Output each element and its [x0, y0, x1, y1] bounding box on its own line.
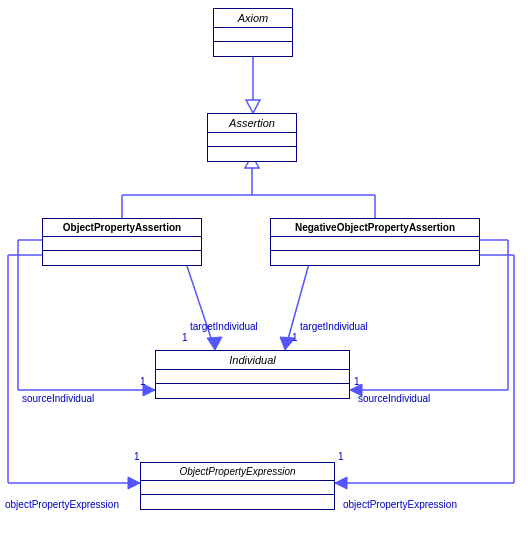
axiom-section1 [214, 28, 292, 42]
label-objectPropertyExpression-left: objectPropertyExpression [5, 499, 119, 510]
assertion-section1 [208, 133, 296, 147]
label-sourceIndividual-left: sourceIndividual [22, 393, 94, 404]
label-1-ope-right: 1 [338, 451, 344, 462]
label-1-ope-left: 1 [134, 451, 140, 462]
axiom-name: Axiom [214, 9, 292, 28]
label-1-target-left: 1 [182, 332, 188, 343]
svg-marker-8 [207, 337, 222, 350]
negative-opa-name: NegativeObjectPropertyAssertion [271, 219, 479, 237]
svg-marker-22 [128, 477, 140, 489]
svg-marker-26 [335, 477, 347, 489]
object-property-expression-box: ObjectPropertyExpression [140, 462, 335, 510]
label-targetIndividual-left: targetIndividual [190, 321, 258, 332]
individual-section1 [156, 370, 349, 384]
label-1-target-right: 1 [292, 332, 298, 343]
label-1-source-right: 1 [354, 376, 360, 387]
ope-section2 [141, 495, 334, 509]
ope-section1 [141, 481, 334, 495]
axiom-box: Axiom [213, 8, 293, 57]
negative-object-property-assertion-box: NegativeObjectPropertyAssertion [270, 218, 480, 266]
arrows-svg [0, 0, 528, 542]
assertion-box: Assertion [207, 113, 297, 162]
axiom-section2 [214, 42, 292, 56]
nopa-section1 [271, 237, 479, 251]
individual-box: Individual [155, 350, 350, 399]
assertion-name: Assertion [208, 114, 296, 133]
object-property-assertion-name: ObjectPropertyAssertion [43, 219, 201, 237]
svg-line-7 [185, 260, 215, 350]
nopa-section2 [271, 251, 479, 265]
opa-section1 [43, 237, 201, 251]
svg-marker-1 [246, 100, 260, 113]
label-objectPropertyExpression-right: objectPropertyExpression [343, 499, 457, 510]
label-targetIndividual-right: targetIndividual [300, 321, 368, 332]
opa-section2 [43, 251, 201, 265]
uml-diagram: Axiom Assertion ObjectPropertyAssertion … [0, 0, 528, 542]
individual-section2 [156, 384, 349, 398]
object-property-assertion-box: ObjectPropertyAssertion [42, 218, 202, 266]
individual-name: Individual [156, 351, 349, 370]
assertion-section2 [208, 147, 296, 161]
object-property-expression-name: ObjectPropertyExpression [141, 463, 334, 481]
label-sourceIndividual-right: sourceIndividual [358, 393, 430, 404]
label-1-source-left: 1 [140, 376, 146, 387]
